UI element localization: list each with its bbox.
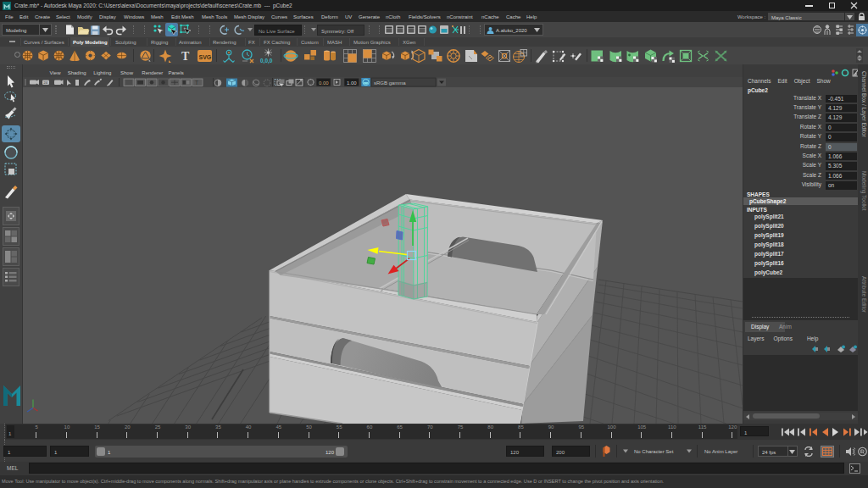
svg-text:T: T	[181, 50, 190, 63]
svg-text:sRGB gamma: sRGB gamma	[374, 80, 406, 86]
svg-text:0,0,0: 0,0,0	[260, 58, 273, 64]
svg-text:SVG: SVG	[199, 54, 212, 60]
svg-text:T: T	[195, 80, 198, 86]
svg-text:0.00: 0.00	[319, 80, 329, 86]
svg-text:24: 24	[44, 80, 48, 85]
svg-text:1.00: 1.00	[347, 80, 357, 86]
svg-text:persp: persp	[371, 414, 389, 422]
